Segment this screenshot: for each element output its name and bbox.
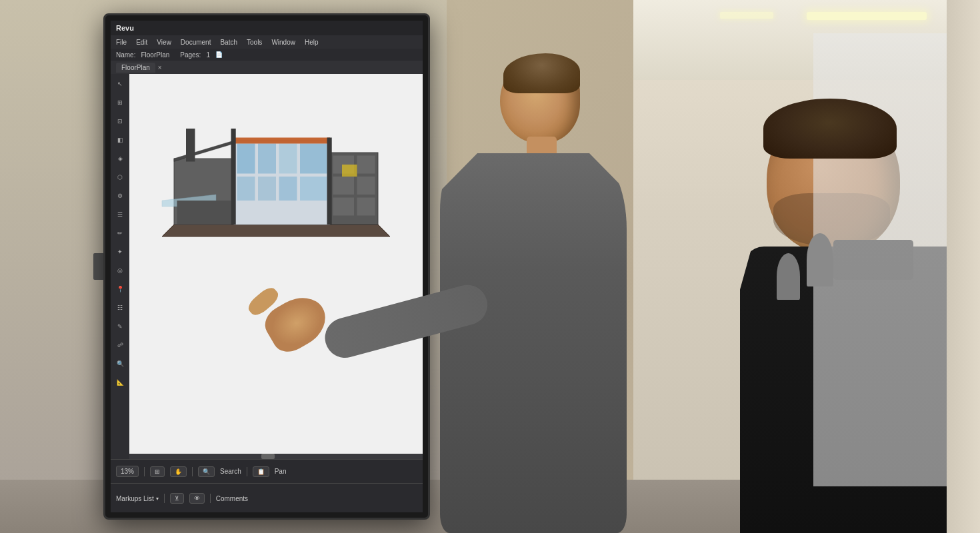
tab-floorplan[interactable]: FloorPlan — [116, 63, 155, 73]
pan-icon: ✋ — [175, 468, 182, 475]
tool-panel[interactable]: ◧ — [114, 134, 126, 146]
tool-pen[interactable]: ✎ — [114, 320, 126, 332]
svg-rect-23 — [342, 165, 357, 177]
scene: Revu File Edit View Document Batch Tools… — [0, 0, 980, 533]
tool-arrow[interactable]: ↖ — [114, 78, 126, 90]
eye-icon: 👁 — [194, 495, 200, 502]
bottom-toolbar: 13% ⊞ ✋ 🔍 Search 📋 — [111, 459, 423, 512]
person1-body — [440, 153, 627, 533]
scroll-thumb[interactable] — [261, 454, 275, 459]
save-icon[interactable]: 📄 — [215, 51, 223, 58]
titlebar: Revu — [111, 21, 423, 35]
tool-grid[interactable]: ⊞ — [114, 97, 126, 109]
tab-bar: FloorPlan × — [111, 61, 423, 74]
menu-file[interactable]: File — [116, 39, 127, 46]
tool-list[interactable]: ☰ — [114, 209, 126, 221]
menu-batch[interactable]: Batch — [220, 39, 237, 46]
fit-icon: ⊞ — [155, 468, 160, 475]
svg-rect-6 — [300, 144, 327, 174]
fit-page-button[interactable]: ⊞ — [150, 466, 165, 477]
monitor-screen: Revu File Edit View Document Batch Tools… — [111, 21, 423, 512]
visibility-button[interactable]: 👁 — [189, 493, 205, 504]
ceiling-light-2 — [720, 12, 773, 19]
svg-rect-24 — [231, 129, 236, 225]
left-toolbar: ↖ ⊞ ⊡ ◧ ◈ ⬡ ⚙ ☰ ✏ ✦ ◎ 📍 ☷ ✎ ☍ 🔍 📐 — [111, 74, 129, 459]
tool-layers[interactable]: ⊡ — [114, 115, 126, 127]
svg-rect-3 — [237, 144, 255, 174]
zoom-value[interactable]: 13% — [116, 466, 139, 477]
menubar: File Edit View Document Batch Tools Wind… — [111, 35, 423, 49]
tool-hex[interactable]: ⬡ — [114, 171, 126, 183]
tool-cross[interactable]: ✦ — [114, 246, 126, 258]
clipboard-button[interactable]: 📋 — [253, 466, 269, 477]
svg-rect-16 — [333, 198, 355, 216]
doc-name-value: FloorPlan — [141, 51, 169, 59]
search-button[interactable]: 🔍 — [198, 466, 215, 477]
markups-list-container: Markups List ▾ — [116, 495, 159, 502]
menu-document[interactable]: Document — [181, 39, 211, 46]
building-model — [149, 81, 403, 261]
svg-rect-25 — [327, 138, 332, 225]
menu-view[interactable]: View — [157, 39, 171, 46]
svg-rect-15 — [357, 177, 375, 195]
menu-tools[interactable]: Tools — [247, 39, 262, 46]
search-label: Search — [220, 468, 241, 475]
svg-rect-4 — [258, 144, 276, 174]
markups-list-label[interactable]: Markups List — [116, 495, 154, 502]
tab-close-button[interactable]: × — [158, 64, 162, 71]
app-title: Revu — [116, 24, 134, 32]
svg-rect-7 — [237, 177, 255, 201]
tool-settings[interactable]: ⚙ — [114, 190, 126, 202]
tool-link[interactable]: ☍ — [114, 339, 126, 351]
svg-rect-17 — [357, 198, 375, 216]
ceiling-light-1 — [807, 12, 927, 20]
person1-hair — [503, 53, 580, 93]
name-label: Name: — [116, 51, 135, 59]
svg-rect-10 — [300, 177, 327, 201]
menu-edit[interactable]: Edit — [136, 39, 147, 46]
tool-box[interactable]: ☷ — [114, 302, 126, 314]
tool-search[interactable]: 🔍 — [114, 358, 126, 370]
menu-window[interactable]: Window — [271, 39, 295, 46]
monitor-frame: Revu File Edit View Document Batch Tools… — [103, 13, 430, 520]
comments-label: Comments — [216, 495, 248, 502]
tool-circle[interactable]: ◎ — [114, 265, 126, 276]
pages-label: Pages: — [180, 51, 201, 59]
pages-value: 1 — [206, 51, 210, 59]
bg-person2 — [777, 253, 800, 300]
bottom-toolbar-top-row: 13% ⊞ ✋ 🔍 Search 📋 — [111, 460, 423, 484]
svg-rect-8 — [258, 177, 276, 201]
clipboard-icon: 📋 — [257, 468, 265, 475]
svg-rect-5 — [279, 144, 297, 174]
filter-button[interactable]: ⊻ — [170, 493, 184, 504]
divider-2 — [192, 467, 193, 476]
divider-3 — [247, 467, 247, 476]
menu-help[interactable]: Help — [305, 39, 319, 46]
svg-rect-20 — [186, 129, 195, 162]
bg-person1 — [807, 233, 833, 286]
svg-rect-19 — [234, 138, 330, 144]
svg-marker-0 — [162, 225, 390, 237]
tool-diamond[interactable]: ◈ — [114, 153, 126, 165]
person2-hair — [763, 99, 897, 159]
canvas-area[interactable]: ✛ — [129, 74, 423, 459]
door-frame — [947, 0, 980, 533]
filter-icon: ⊻ — [175, 495, 179, 502]
divider-5 — [210, 494, 211, 503]
svg-rect-14 — [333, 177, 355, 195]
svg-rect-22 — [177, 201, 231, 225]
divider-4 — [164, 494, 165, 503]
divider-1 — [144, 467, 145, 476]
svg-rect-9 — [279, 177, 297, 201]
search-icon: 🔍 — [203, 468, 210, 475]
doc-info-bar: Name: FloorPlan Pages: 1 📄 — [111, 49, 423, 61]
pan-button[interactable]: ✋ — [170, 466, 187, 477]
horizontal-scrollbar[interactable] — [129, 454, 423, 459]
tool-measure[interactable]: 📐 — [114, 376, 126, 388]
svg-rect-13 — [357, 156, 375, 174]
tool-edit[interactable]: ✏ — [114, 227, 126, 239]
tool-pin[interactable]: 📍 — [114, 283, 126, 295]
pan-label: Pan — [275, 468, 287, 475]
bottom-toolbar-bottom-row: Markups List ▾ ⊻ 👁 Comments — [111, 484, 423, 512]
chevron-down-icon[interactable]: ▾ — [156, 496, 159, 502]
